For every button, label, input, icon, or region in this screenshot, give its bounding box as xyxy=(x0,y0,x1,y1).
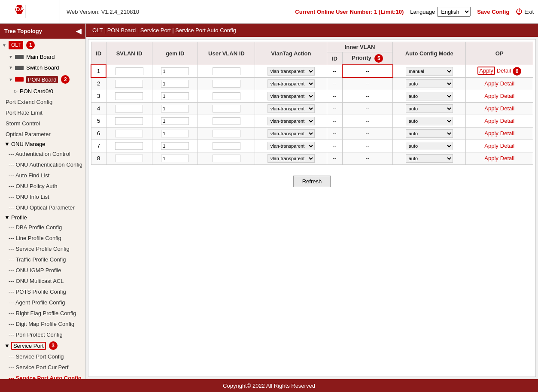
select-mode-2[interactable]: manualauto xyxy=(406,79,453,88)
pon-protect-config-link[interactable]: --- Pon Protect Config xyxy=(6,331,85,339)
onu-optical-parameter-link[interactable]: --- ONU Optical Parameter xyxy=(6,204,85,212)
select-mode-5[interactable]: manualauto xyxy=(406,117,453,125)
select-action-1[interactable]: vlan-transparenttaguntagtranslate xyxy=(267,67,315,76)
authentication-control-link[interactable]: --- Authentication Control xyxy=(6,150,85,158)
detail-link-6[interactable]: Detail xyxy=(500,130,514,137)
onu-multicast-acl-link[interactable]: --- ONU Multicast ACL xyxy=(6,277,85,285)
detail-link-3[interactable]: Detail xyxy=(500,93,514,99)
service-port-config-link[interactable]: --- Service Port Config xyxy=(6,352,85,361)
apply-link-2[interactable]: Apply xyxy=(484,80,498,87)
service-port-auto-config-link[interactable]: --- Service Port Auto Config xyxy=(6,374,85,379)
switch-board-node[interactable]: ▼ Switch Board xyxy=(6,64,85,72)
olt-node[interactable]: ▼ OLT 1 xyxy=(0,40,85,50)
detail-link-1[interactable]: Detail xyxy=(497,67,511,74)
input-user-vlan-4[interactable] xyxy=(213,105,240,112)
detail-link-2[interactable]: Detail xyxy=(500,80,514,87)
line-profile-config-link[interactable]: --- Line Profile Config xyxy=(6,234,85,242)
input-svlan-1[interactable] xyxy=(116,67,143,75)
port-rate-limit-link[interactable]: Port Rate Limit xyxy=(3,109,85,117)
service-port-cur-perf-link[interactable]: --- Service Port Cur Perf xyxy=(6,363,85,371)
port-extend-config-link[interactable]: Port Extend Config xyxy=(3,98,85,106)
select-action-5[interactable]: vlan-transparenttaguntagtranslate xyxy=(267,117,315,125)
optical-parameter-link[interactable]: Optical Parameter xyxy=(3,130,85,138)
input-user-vlan-7[interactable] xyxy=(213,142,240,150)
onu-auth-config-link[interactable]: --- ONU Authentication Config xyxy=(6,161,85,169)
table-area: ID SVLAN ID gem ID User VLAN ID VlanTag … xyxy=(88,39,536,377)
select-mode-4[interactable]: manualauto xyxy=(406,104,453,113)
apply-link-1[interactable]: Apply xyxy=(477,67,495,75)
select-action-6[interactable]: vlan-transparenttaguntagtranslate xyxy=(267,129,315,138)
select-mode-8[interactable]: manualauto xyxy=(406,154,453,163)
select-action-8[interactable]: vlan-transparenttaguntagtranslate xyxy=(267,154,315,163)
input-svlan-4[interactable] xyxy=(115,105,143,112)
input-user-vlan-2[interactable] xyxy=(213,80,240,88)
agent-profile-config-link[interactable]: --- Agent Profile Config xyxy=(6,298,85,307)
olt-label[interactable]: OLT xyxy=(9,41,23,49)
input-user-vlan-1[interactable] xyxy=(213,67,240,75)
input-svlan-8[interactable] xyxy=(115,155,143,162)
refresh-button[interactable]: Refresh xyxy=(293,176,331,187)
select-mode-3[interactable]: manualauto xyxy=(406,92,453,100)
select-action-2[interactable]: vlan-transparenttaguntagtranslate xyxy=(267,79,315,88)
input-gem-7[interactable] xyxy=(161,142,189,150)
input-gem-6[interactable] xyxy=(161,130,189,137)
storm-control-link[interactable]: Storm Control xyxy=(3,119,85,128)
apply-link-5[interactable]: Apply xyxy=(484,118,498,124)
select-mode-6[interactable]: manualauto xyxy=(406,129,453,138)
input-svlan-7[interactable] xyxy=(115,142,143,150)
input-user-vlan-6[interactable] xyxy=(213,130,240,137)
cell-id-8: 8 xyxy=(91,152,106,164)
input-gem-3[interactable] xyxy=(161,92,189,100)
input-gem-8[interactable] xyxy=(161,155,189,162)
dba-profile-config-link[interactable]: --- DBA Profile Config xyxy=(6,223,85,231)
apply-link-4[interactable]: Apply xyxy=(484,105,498,112)
input-gem-5[interactable] xyxy=(161,117,189,125)
save-config-link[interactable]: Save Config xyxy=(477,9,509,15)
input-svlan-5[interactable] xyxy=(115,117,143,125)
onu-info-list-link[interactable]: --- ONU Info List xyxy=(6,193,85,201)
auto-find-list-link[interactable]: --- Auto Find List xyxy=(6,171,85,179)
detail-link-4[interactable]: Detail xyxy=(500,105,514,112)
detail-link-8[interactable]: Detail xyxy=(500,155,514,161)
sidebar-collapse-icon[interactable]: ◀ xyxy=(76,27,81,35)
detail-link-7[interactable]: Detail xyxy=(500,143,514,149)
input-svlan-2[interactable] xyxy=(115,80,143,88)
apply-link-7[interactable]: Apply xyxy=(484,143,498,149)
select-action-7[interactable]: vlan-transparenttaguntagtranslate xyxy=(267,142,315,150)
service-profile-config-link[interactable]: --- Service Profile Config xyxy=(6,245,85,253)
profile-toggle[interactable]: ▼ Profile xyxy=(2,213,85,222)
exit-button[interactable]: ⏻ Exit xyxy=(516,8,534,15)
input-svlan-3[interactable] xyxy=(115,92,143,100)
apply-link-6[interactable]: Apply xyxy=(484,130,498,137)
detail-link-5[interactable]: Detail xyxy=(500,118,514,124)
select-mode-7[interactable]: manualauto xyxy=(406,142,453,150)
traffic-profile-config-link[interactable]: --- Traffic Profile Config xyxy=(6,255,85,264)
service-port-items: --- Service Port Config --- Service Port… xyxy=(2,351,85,379)
service-port-label: Service Port xyxy=(11,342,46,350)
cell-mode-7: manualauto xyxy=(393,140,466,152)
right-flag-profile-config-link[interactable]: --- Right Flag Profile Config xyxy=(6,309,85,317)
input-user-vlan-3[interactable] xyxy=(213,92,240,100)
digit-map-profile-config-link[interactable]: --- Digit Map Profile Config xyxy=(6,320,85,328)
input-svlan-6[interactable] xyxy=(115,130,143,137)
onu-policy-auth-link[interactable]: --- ONU Policy Auth xyxy=(6,182,85,190)
pon-board-label[interactable]: PON Board xyxy=(26,76,58,83)
input-gem-2[interactable] xyxy=(161,80,189,88)
pon-card-node[interactable]: ▷ PON Card0/0 xyxy=(12,87,85,95)
select-action-4[interactable]: vlan-transparenttaguntagtranslate xyxy=(267,104,315,113)
service-port-toggle[interactable]: ▼ Service Port 3 xyxy=(2,340,85,351)
input-user-vlan-8[interactable] xyxy=(213,155,240,162)
select-mode-1[interactable]: manualauto xyxy=(406,67,453,76)
input-gem-1[interactable] xyxy=(161,67,189,75)
apply-link-8[interactable]: Apply xyxy=(484,155,498,161)
input-user-vlan-5[interactable] xyxy=(213,117,240,125)
select-action-3[interactable]: vlan-transparenttaguntagtranslate xyxy=(267,92,315,100)
onu-manage-toggle[interactable]: ▼ ONU Manage xyxy=(2,140,85,149)
input-gem-4[interactable] xyxy=(161,105,189,112)
apply-link-3[interactable]: Apply xyxy=(484,93,498,99)
main-board-node[interactable]: ▼ Main Board xyxy=(6,53,85,61)
onu-igmp-profile-link[interactable]: --- ONU IGMP Profile xyxy=(6,266,85,274)
pots-profile-config-link[interactable]: --- POTS Profile Config xyxy=(6,288,85,296)
language-select[interactable]: English Chinese xyxy=(437,7,471,17)
pon-board-node[interactable]: ▼ PON Board 2 xyxy=(6,74,85,85)
